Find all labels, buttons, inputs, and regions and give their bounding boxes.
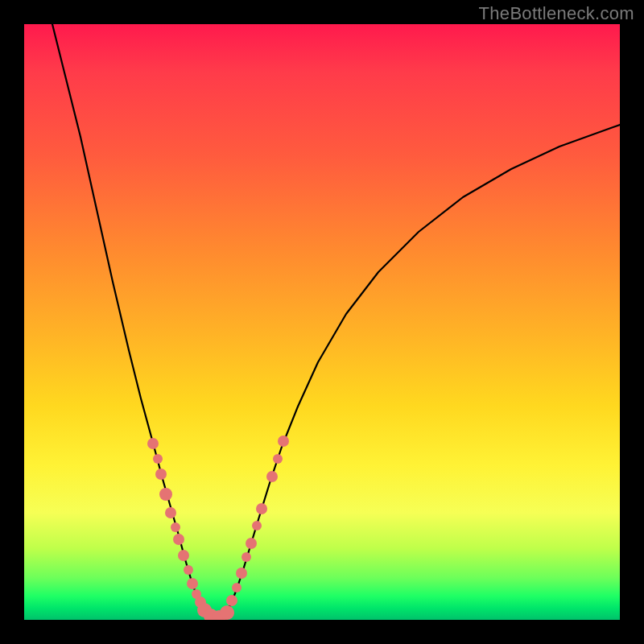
data-marker [159,488,172,501]
data-marker [187,578,198,589]
data-marker [226,595,237,606]
data-marker [173,534,184,545]
data-marker [178,550,189,561]
chart-frame: TheBottleneck.com [0,0,644,644]
data-marker [246,538,257,549]
data-marker [266,471,278,482]
data-marker [220,605,234,620]
valley-curve-left [52,24,217,617]
data-marker [278,436,289,447]
data-marker [273,454,283,464]
data-marker [256,503,267,514]
data-marker [242,552,251,562]
marker-group [147,436,289,620]
data-marker [153,454,163,464]
data-marker [252,521,262,530]
data-marker [171,522,180,532]
chart-svg [24,24,620,620]
watermark-text: TheBottleneck.com [479,3,634,24]
data-marker [155,469,167,480]
data-marker [232,583,242,592]
data-marker [147,438,159,449]
plot-area [24,24,620,620]
valley-curve-right [217,125,620,617]
data-marker [236,568,247,579]
data-marker [184,565,193,575]
data-marker [165,507,176,518]
